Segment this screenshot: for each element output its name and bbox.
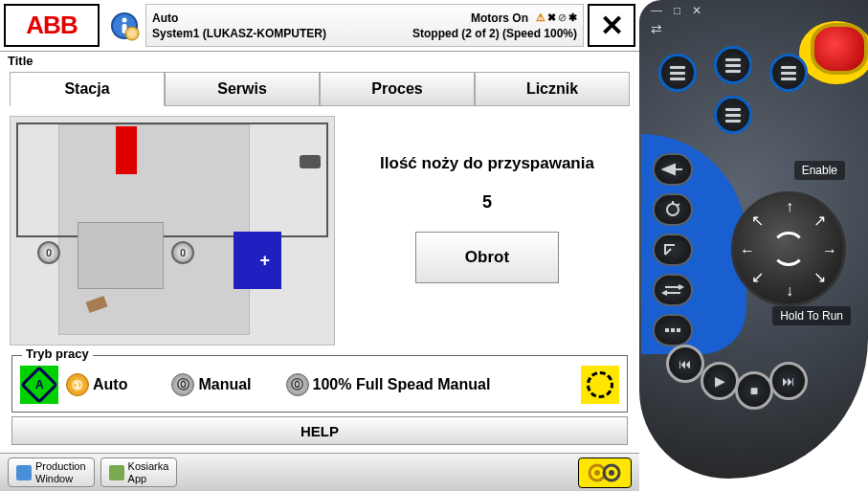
help-bar[interactable]: HELP [11, 416, 628, 445]
pendant-side-button-2[interactable] [653, 193, 693, 226]
status-panel: Auto Motors On ⚠ ✖ ⊘ ✱ System1 (LUKASZ-K… [145, 4, 584, 47]
obrot-button[interactable]: Obrot [415, 232, 559, 283]
pendant-side-button-1[interactable] [653, 153, 693, 186]
pendant-side-button-5[interactable] [653, 314, 693, 346]
close-button[interactable]: ✕ [588, 4, 635, 47]
mode-auto-label[interactable]: Auto [93, 376, 127, 393]
settings-button[interactable] [578, 458, 632, 488]
swap-icon[interactable]: ⇄ [651, 21, 662, 36]
joystick[interactable]: ↑ ↓ ← → ↖ ↗ ↙ ↘ [731, 191, 846, 306]
svg-rect-12 [677, 328, 680, 332]
abb-logo-text: ABB [26, 11, 77, 40]
mode-manual-icon: ⓪ [171, 373, 194, 396]
flexpendant-device: — □ ✕ ⇄ ↑ ↓ ← → ↖ ↗ ↙ ↘ Enable Hold To R… [639, 0, 868, 491]
production-window-icon [16, 465, 32, 480]
pendant-minimize-icon[interactable]: — [651, 4, 662, 17]
tab-stacja[interactable]: Stacja [10, 72, 165, 106]
info-icon[interactable] [103, 0, 145, 51]
status-system: System1 (LUKASZ-KOMPUTER) [152, 27, 326, 40]
emergency-stop-button[interactable] [811, 23, 868, 75]
svg-point-4 [128, 30, 136, 37]
knife-count-label: Ilość noży do przyspawania [380, 154, 594, 173]
mode-full-icon: ⓪ [286, 373, 309, 396]
svg-point-1 [122, 17, 127, 22]
svg-rect-10 [665, 328, 669, 332]
mode-auto-icon: ① [66, 373, 89, 396]
mode-cycle-indicator [581, 366, 619, 404]
status-stopped: Stopped (2 of 2) (Speed 100%) [412, 27, 577, 40]
pendant-menu-button-1[interactable] [658, 54, 697, 92]
status-mode: Auto [152, 11, 178, 25]
pendant-side-button-4[interactable] [653, 274, 693, 306]
taskbar-kosiarka-app[interactable]: KosiarkaApp [100, 458, 178, 486]
mode-manual-label[interactable]: Manual [198, 376, 251, 393]
transport-stop-button[interactable]: ■ [735, 371, 773, 410]
status-motors: Motors On [471, 11, 528, 25]
gear-icon [586, 461, 624, 484]
kosiarka-app-icon [109, 465, 124, 480]
pendant-menu-button-4[interactable] [714, 96, 752, 134]
pendant-menu-button-2[interactable] [714, 46, 752, 84]
transport-prev-button[interactable]: ⏮ [666, 345, 704, 383]
pendant-maximize-icon[interactable]: □ [674, 4, 680, 17]
svg-point-6 [594, 470, 600, 476]
tab-proces[interactable]: Proces [320, 72, 475, 106]
page-title: Title [0, 52, 639, 70]
transport-play-button[interactable]: ▶ [701, 362, 739, 400]
svg-rect-11 [671, 328, 675, 332]
mode-full-label[interactable]: 100% Full Spead Manual [313, 376, 491, 393]
mode-selected-indicator: A [20, 366, 58, 404]
status-icons: ⚠ ✖ ⊘ ✱ [536, 11, 577, 24]
knife-count-value: 5 [482, 192, 492, 212]
taskbar-production-window[interactable]: ProductionWindow [8, 458, 95, 486]
tab-serwis[interactable]: Serwis [165, 72, 320, 106]
station-diagram: + 0 0 [10, 116, 335, 346]
hold-to-run-label[interactable]: Hold To Run [772, 306, 851, 325]
pendant-side-button-3[interactable] [653, 234, 693, 266]
tab-licznik[interactable]: Licznik [475, 72, 630, 106]
transport-next-button[interactable]: ⏭ [769, 362, 808, 400]
mode-group-legend: Tryb pracy [22, 346, 93, 361]
pendant-menu-button-3[interactable] [769, 54, 808, 92]
pendant-close-icon[interactable]: ✕ [692, 4, 701, 17]
abb-logo: ABB [4, 4, 100, 47]
svg-point-8 [609, 470, 614, 476]
enable-label[interactable]: Enable [794, 161, 845, 180]
